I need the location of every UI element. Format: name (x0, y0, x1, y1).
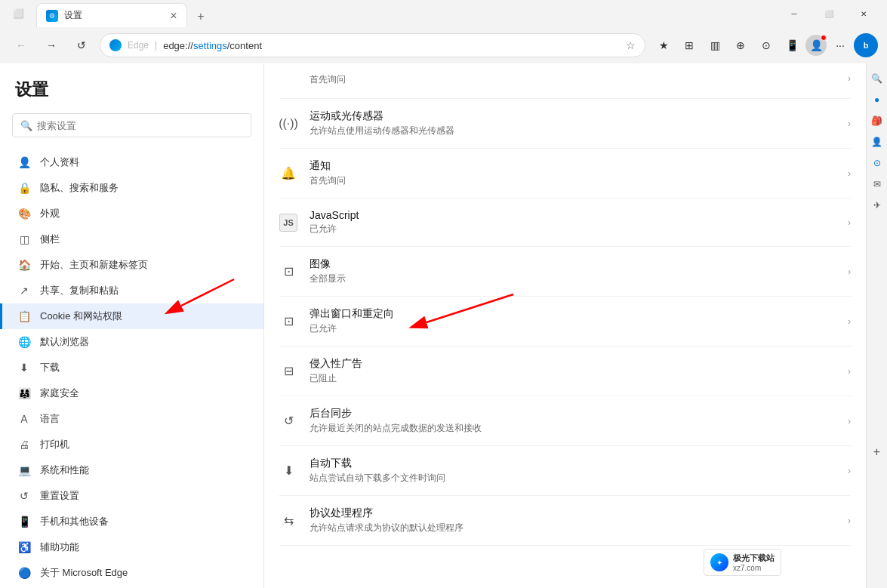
refresh-btn[interactable]: ↺ (69, 33, 94, 57)
right-icon-3[interactable]: 🎒 (868, 112, 886, 130)
privacy-label: 隐私、搜索和服务 (40, 181, 119, 195)
settings-item-images[interactable]: ⊡图像全部显示› (279, 247, 851, 297)
sidebar-item-startup[interactable]: 🏠开始、主页和新建标签页 (0, 252, 263, 278)
javascript-arrow: › (848, 217, 851, 228)
sidebar-item-sidebar[interactable]: ◫侧栏 (0, 226, 263, 252)
url-bar[interactable]: Edge | edge://settings/content ☆ (100, 33, 645, 57)
sidebar-item-appearance[interactable]: 🎨外观 (0, 201, 263, 226)
split-screen-icon[interactable]: ▥ (703, 33, 727, 57)
intrusive-ads-desc: 已阻止 (310, 372, 836, 385)
sidebar-item-about[interactable]: 🔵关于 Microsoft Edge (0, 560, 263, 586)
about-label: 关于 Microsoft Edge (40, 566, 128, 580)
javascript-title: JavaScript (310, 209, 836, 221)
tab-title: 设置 (64, 9, 164, 22)
motion-sensor-title: 运动或光传感器 (310, 109, 836, 123)
settings-item-auto-download[interactable]: ⬇自动下载站点尝试自动下载多个文件时询问› (279, 446, 851, 496)
favorites-icon[interactable]: ★ (651, 33, 676, 57)
forward-btn[interactable]: → (39, 33, 63, 57)
startup-icon: 🏠 (17, 259, 31, 271)
images-text: 图像全部显示 (310, 257, 836, 285)
sidebar-item-system[interactable]: 💻系统和性能 (0, 457, 263, 483)
back-btn[interactable]: ← (9, 33, 33, 57)
search-input[interactable] (37, 120, 243, 131)
minimize-btn[interactable]: ─ (777, 2, 812, 26)
main-container: 设置 🔍 👤个人资料🔒隐私、搜索和服务🎨外观◫侧栏🏠开始、主页和新建标签页↗共享… (0, 63, 887, 588)
intrusive-ads-text: 侵入性广告已阻止 (310, 357, 836, 385)
maximize-btn[interactable]: ⬜ (812, 2, 846, 26)
language-label: 语言 (40, 412, 60, 426)
sidebar-item-mobile[interactable]: 📱手机和其他设备 (0, 509, 263, 534)
cookies-icon: 📋 (17, 310, 31, 322)
device-icon[interactable]: 📱 (780, 33, 804, 57)
popup-icon: ⊡ (279, 312, 297, 331)
language-icon: A (17, 413, 31, 425)
watermark-icon: ✦ (710, 553, 728, 571)
right-icon-2[interactable]: ● (868, 91, 886, 109)
new-tab-btn[interactable]: + (190, 6, 211, 27)
right-search-icon[interactable]: 🔍 (868, 69, 886, 88)
settings-item-javascript[interactable]: JSJavaScript已允许› (279, 199, 851, 247)
right-icon-bing[interactable]: ✈ (868, 196, 886, 214)
settings-item-motion-sensor[interactable]: ((·))运动或光传感器允许站点使用运动传感器和光传感器› (279, 99, 851, 149)
notification-desc: 首先询问 (310, 174, 836, 187)
close-btn[interactable]: ✕ (846, 2, 881, 26)
right-icon-plus[interactable]: + (868, 443, 886, 461)
more-menu-btn[interactable]: ··· (828, 33, 852, 57)
collections-icon[interactable]: ⊞ (677, 33, 701, 57)
settings-item-background-sync[interactable]: ↺后台同步允许最近关闭的站点完成数据的发送和接收› (279, 396, 851, 446)
sidebar-item-share[interactable]: ↗共享、复制和粘贴 (0, 278, 263, 303)
bing-icon[interactable]: b (854, 33, 878, 57)
javascript-icon: JS (279, 214, 297, 232)
sidebar-label: 侧栏 (40, 232, 60, 246)
family-label: 家庭安全 (40, 386, 79, 400)
appearance-label: 外观 (40, 207, 60, 220)
sidebar-title: 设置 (0, 79, 263, 113)
bookmark-icon[interactable]: ☆ (626, 39, 636, 51)
feedback-icon[interactable]: ⊙ (754, 33, 778, 57)
intrusive-ads-title: 侵入性广告 (310, 357, 836, 371)
sidebar-item-cookies[interactable]: 📋Cookie 和网站权限 (0, 303, 263, 329)
reset-label: 重置设置 (40, 489, 79, 503)
sidebar-item-family[interactable]: 👨‍👩‍👧家庭安全 (0, 380, 263, 406)
right-icon-6[interactable]: ✉ (868, 175, 886, 193)
sidebar-item-reset[interactable]: ↺重置设置 (0, 483, 263, 509)
watermark-text: 极光下载站 xz7.com (733, 553, 775, 572)
share-icon: ↗ (17, 285, 31, 297)
tab-close-btn[interactable]: ✕ (170, 11, 177, 21)
sidebar-item-downloads[interactable]: ⬇下载 (0, 355, 263, 380)
browser-essentials-icon[interactable]: ⊕ (728, 33, 753, 57)
url-pipe: | (155, 40, 157, 51)
popup-text: 弹出窗口和重定向已允许 (310, 307, 836, 335)
auto-download-text: 自动下载站点尝试自动下载多个文件时询问 (310, 457, 836, 485)
settings-item-popup[interactable]: ⊡弹出窗口和重定向已允许› (279, 297, 851, 346)
sidebar-item-language[interactable]: A语言 (0, 406, 263, 432)
settings-item-intrusive-ads[interactable]: ⊟侵入性广告已阻止› (279, 346, 851, 396)
tab-favicon: ⚙ (46, 10, 58, 22)
settings-item-top-partial[interactable]: 首先询问 › (279, 63, 851, 99)
sidebar-item-defaultbrowser[interactable]: 🌐默认浏览器 (0, 329, 263, 355)
active-tab[interactable]: ⚙ 设置 ✕ (36, 3, 187, 27)
settings-item-protocol[interactable]: ⇆协议处理程序允许站点请求成为协议的默认处理程序› (279, 496, 851, 546)
javascript-desc: 已允许 (310, 223, 836, 236)
sidebar-item-profile[interactable]: 👤个人资料 (0, 149, 263, 175)
tab-list-btn[interactable]: ⬜ (6, 2, 30, 26)
profile-icon[interactable]: 👤 (805, 35, 827, 56)
intrusive-ads-icon: ⊟ (279, 362, 297, 380)
sidebar-item-privacy[interactable]: 🔒隐私、搜索和服务 (0, 175, 263, 201)
privacy-icon: 🔒 (17, 182, 31, 194)
auto-download-arrow: › (848, 466, 851, 476)
search-icon: 🔍 (20, 120, 32, 131)
settings-item-notification[interactable]: 🔔通知首先询问› (279, 149, 851, 199)
sidebar-item-accessibility[interactable]: ♿辅助功能 (0, 534, 263, 560)
search-box[interactable]: 🔍 (12, 113, 251, 137)
background-sync-icon: ↺ (279, 412, 297, 430)
motion-sensor-arrow: › (848, 119, 851, 129)
motion-sensor-icon: ((·)) (279, 115, 297, 133)
images-desc: 全部显示 (310, 272, 836, 285)
profile-icon: 👤 (17, 156, 31, 168)
defaultbrowser-icon: 🌐 (17, 336, 31, 348)
downloads-icon: ⬇ (17, 362, 31, 374)
right-icon-4[interactable]: 👤 (868, 133, 886, 151)
sidebar-item-printer[interactable]: 🖨打印机 (0, 432, 263, 457)
right-icon-5[interactable]: ⊙ (868, 154, 886, 172)
